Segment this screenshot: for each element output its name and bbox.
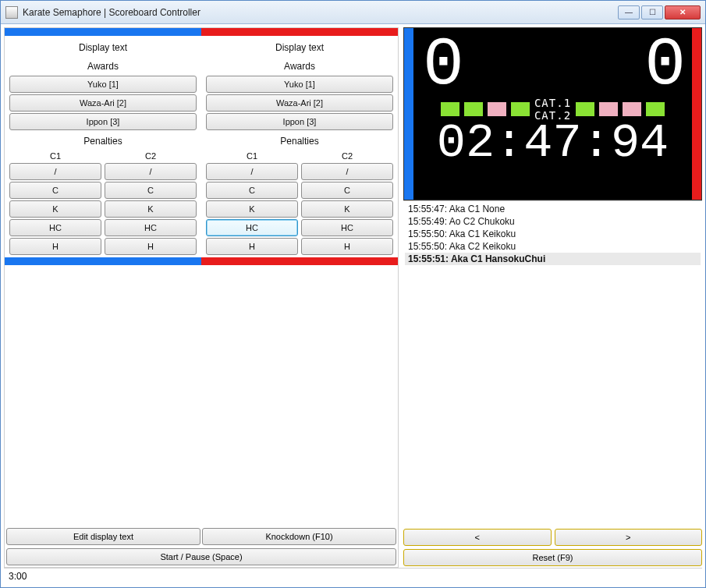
blue-display-text-label: Display text <box>8 37 198 56</box>
log-item[interactable]: 15:55:47: Aka C1 None <box>405 203 701 215</box>
minimize-button[interactable]: — <box>618 5 640 19</box>
window: Karate Semaphore | Scoreboard Controller… <box>0 0 706 588</box>
blue-penalty-headers: C1 C2 <box>8 150 198 162</box>
event-log[interactable]: 15:55:47: Aka C1 None 15:55:49: Ao C2 Ch… <box>403 200 702 527</box>
start-pause-button[interactable]: Start / Pause (Space) <box>6 548 396 565</box>
light-icon <box>464 102 483 116</box>
blue-stripe <box>5 257 201 265</box>
log-item[interactable]: 15:55:50: Aka C2 Keikoku <box>405 240 701 253</box>
red-display-text-label: Display text <box>204 37 395 56</box>
controller-pane: Display text Awards Yuko [1] Waza-Ari [2… <box>4 27 399 568</box>
red-stripe <box>201 28 398 36</box>
blue-c2-hc[interactable]: HC <box>105 219 197 236</box>
edit-display-text-button[interactable]: Edit display text <box>6 528 200 545</box>
preview-pane: 0 0 CAT.1 CAT.2 <box>403 27 702 568</box>
red-penalty-headers: C1 C2 <box>204 150 395 162</box>
red-c1-slash[interactable]: / <box>206 163 298 180</box>
blue-penalties-label: Penalties <box>8 131 198 150</box>
red-c1-h[interactable]: H <box>206 238 298 255</box>
light-icon <box>646 102 665 116</box>
red-penalties-label: Penalties <box>204 131 395 150</box>
blue-c1-c[interactable]: C <box>9 182 101 199</box>
left-bottom-row2: Start / Pause (Space) <box>5 547 398 567</box>
light-icon <box>441 102 459 116</box>
red-c2-label: C2 <box>300 150 395 162</box>
blue-yuko-button[interactable]: Yuko [1] <box>9 76 197 93</box>
light-icon <box>511 102 530 116</box>
blue-c1-slash[interactable]: / <box>9 163 101 180</box>
log-item[interactable]: 15:55:50: Aka C1 Keikoku <box>405 228 701 240</box>
light-icon <box>488 102 506 116</box>
scores: 0 0 <box>404 28 701 100</box>
window-title: Karate Semaphore | Scoreboard Controller <box>23 7 618 18</box>
upper-area: Display text Awards Yuko [1] Waza-Ari [2… <box>4 27 702 568</box>
right-bottom-row2: Reset (F9) <box>403 547 702 568</box>
sides: Display text Awards Yuko [1] Waza-Ari [2… <box>5 36 398 257</box>
status-bar: 3:00 <box>4 568 702 584</box>
colorbar-top <box>5 28 398 36</box>
red-c2-slash[interactable]: / <box>301 163 393 180</box>
app-icon <box>5 6 18 19</box>
sb-blue-stripe <box>404 28 413 200</box>
left-bottom-row1: Edit display text Knockdown (F10) <box>5 526 398 547</box>
blue-wazaari-button[interactable]: Waza-Ari [2] <box>9 94 197 112</box>
red-c2-h[interactable]: H <box>301 238 393 255</box>
blue-c2-h[interactable]: H <box>105 238 197 255</box>
red-c2-c[interactable]: C <box>301 182 393 199</box>
blue-c2-k[interactable]: K <box>105 200 197 218</box>
cat1-label: CAT.1 <box>534 97 571 109</box>
blue-side: Display text Awards Yuko [1] Waza-Ari [2… <box>5 36 201 257</box>
knockdown-button[interactable]: Knockdown (F10) <box>202 528 396 545</box>
window-buttons: — ☐ ✕ <box>618 5 701 19</box>
prev-button[interactable]: < <box>403 529 552 546</box>
reset-button[interactable]: Reset (F9) <box>403 549 702 566</box>
red-c1-c[interactable]: C <box>206 182 298 199</box>
maximize-button[interactable]: ☐ <box>641 5 663 19</box>
close-button[interactable]: ✕ <box>665 5 701 19</box>
client-area: Display text Awards Yuko [1] Waza-Ari [2… <box>1 24 705 587</box>
blue-score: 0 <box>423 31 461 100</box>
red-side: Display text Awards Yuko [1] Waza-Ari [2… <box>201 36 398 257</box>
blue-awards-label: Awards <box>8 56 198 75</box>
sb-red-stripe <box>692 28 701 200</box>
light-icon <box>623 102 641 116</box>
log-item[interactable]: 15:55:49: Ao C2 Chukoku <box>405 215 701 228</box>
red-c2-hc[interactable]: HC <box>301 219 393 236</box>
next-button[interactable]: > <box>555 529 703 546</box>
red-ippon-button[interactable]: Ippon [3] <box>206 113 393 130</box>
log-item[interactable]: 15:55:51: Aka C1 HansokuChui <box>405 253 701 265</box>
red-wazaari-button[interactable]: Waza-Ari [2] <box>206 94 393 112</box>
blue-ippon-button[interactable]: Ippon [3] <box>9 113 197 130</box>
blue-c1-hc[interactable]: HC <box>9 219 101 236</box>
left-blank <box>5 265 398 526</box>
blue-c1-label: C1 <box>8 150 103 162</box>
red-yuko-button[interactable]: Yuko [1] <box>206 76 393 93</box>
blue-c1-k[interactable]: K <box>9 200 101 218</box>
red-c2-k[interactable]: K <box>301 200 393 218</box>
blue-stripe <box>5 28 201 36</box>
red-score: 0 <box>644 31 683 100</box>
blue-c1-h[interactable]: H <box>9 238 101 255</box>
blue-c2-label: C2 <box>103 150 198 162</box>
light-icon <box>576 102 594 116</box>
scoreboard: 0 0 CAT.1 CAT.2 <box>403 27 702 200</box>
blue-c2-slash[interactable]: / <box>105 163 197 180</box>
red-awards-label: Awards <box>204 56 395 75</box>
colorbar-bottom <box>5 257 398 265</box>
red-c1-k[interactable]: K <box>206 200 298 218</box>
red-c1-label: C1 <box>204 150 300 162</box>
blue-c2-c[interactable]: C <box>105 182 197 199</box>
light-icon <box>599 102 618 116</box>
timer: 02:47:94 <box>404 122 701 165</box>
titlebar: Karate Semaphore | Scoreboard Controller… <box>1 1 705 24</box>
red-stripe <box>201 257 398 265</box>
right-bottom-row1: < > <box>403 527 702 547</box>
red-c1-hc[interactable]: HC <box>206 219 298 236</box>
